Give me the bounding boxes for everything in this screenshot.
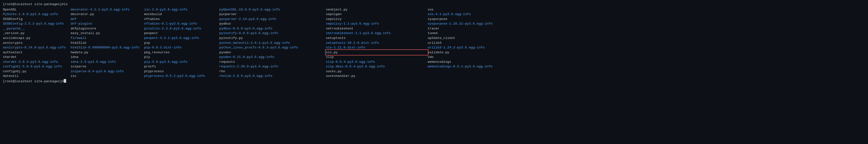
list-item: ply xyxy=(144,55,219,59)
list-item-firewall: firewall xyxy=(70,36,144,41)
list-item: ptyprocess-0.5.2-py3.6.egg-info xyxy=(144,74,219,78)
list-item: sockshandler.py xyxy=(326,74,428,78)
list-item: rhn xyxy=(219,69,326,74)
list-item: socks.py xyxy=(326,69,428,74)
list-item: webencodings xyxy=(428,59,520,65)
terminal: [root@localhost site-packages]# ls OpenS… xyxy=(3,2,865,84)
list-item: iniparse xyxy=(70,64,144,69)
list-item: six-1.11.0.dist-info xyxy=(326,45,428,50)
list-item: webencodings-0.5.1-py3.6.egg-info xyxy=(428,64,520,69)
list-item: syspurpose xyxy=(428,17,520,22)
list-item: up2date_client xyxy=(428,36,520,41)
list-item: configobj-5.0.6-py3.6.egg-info xyxy=(3,64,70,69)
list-item: asciidocapi.py xyxy=(3,36,70,41)
list-item: asnlcrypto-0.24.0-py3.6.egg-info xyxy=(3,45,70,50)
list-item: slip-0.6.4-py3.6.egg-info xyxy=(326,59,428,65)
command-line-2: [root@localhost site-packages]# xyxy=(3,79,865,84)
list-item: vdo xyxy=(428,55,520,59)
list-item: setuptools xyxy=(326,36,428,41)
list-item: pycparser xyxy=(219,12,326,17)
list-item: pydbus-0.6.0-py3.6.egg-info xyxy=(219,26,326,31)
list-item: pip-9.0.3.dist-info xyxy=(144,45,219,50)
list-item-six-py: six.py xyxy=(326,50,428,55)
list-item: pycparser-2.14-py3.6.egg-info xyxy=(219,17,326,22)
list-item: pexpect-4.3.1-py3.6.egg-info xyxy=(144,36,219,41)
list-item: authselect xyxy=(3,50,70,55)
list-item: __pycache__ xyxy=(3,26,70,31)
list-item: mockbuild xyxy=(144,12,219,17)
list-item: slip.dbus-0.6.4-py3.6.egg-info xyxy=(326,64,428,69)
list-item: sos xyxy=(428,7,520,12)
list-item: requests-2.20.0-py3.6.egg-info xyxy=(219,64,326,69)
list-item: pyudev xyxy=(219,50,326,55)
command-line-1: [root@localhost site-packages]# ls xyxy=(3,2,865,7)
list-item: seobject.py xyxy=(326,7,428,12)
list-item: idna-2.5-py3.6.egg-info xyxy=(70,59,144,65)
list-item: chardet-3.0.4-py3.6.egg-info xyxy=(3,59,70,65)
list-item: pyOpenSSL-19.0.0-py3.6.egg-info xyxy=(219,7,326,12)
col-4: pyOpenSSL-19.0.0-py3.6.egg-info pycparse… xyxy=(219,7,326,78)
cursor xyxy=(64,79,66,83)
list-item: OpenSSL xyxy=(3,7,70,12)
list-item: setuptools-39.2.0.dist-info xyxy=(326,41,428,46)
list-item: isc-2.0-py3.6.egg-info xyxy=(144,7,219,12)
list-item: procfs xyxy=(144,64,219,69)
list-item: sepolgen xyxy=(326,12,428,17)
list-item: sos-4.1-py3.6.egg-info xyxy=(428,12,520,17)
list-item: pyudev-0.21.0-py3.6.egg-info xyxy=(219,55,326,59)
list-item: SSSDConfig xyxy=(3,17,70,22)
list-item: pkg_resources xyxy=(144,50,219,55)
list-item: PySocks-1.6.8-py3.6.egg-info xyxy=(3,12,70,17)
list-item: isc xyxy=(70,74,144,78)
col-2: decorator-4.2.1-py3.6.egg-info decorator… xyxy=(70,7,144,78)
list-item: hwdata.py xyxy=(70,50,144,55)
list-item: idna xyxy=(70,55,144,59)
list-item: python_dateutil-2.6.1-py3.6.egg-info xyxy=(219,41,326,46)
list-item: ply-3.9-py3.6.egg-info xyxy=(144,59,219,65)
list-item: decorator.py xyxy=(70,12,144,17)
list-item: dnfplugincore xyxy=(70,26,144,31)
list-item: dateutil xyxy=(3,74,70,78)
col-5: seobject.py sepolgen sepolicy sepolicy-1… xyxy=(326,7,428,78)
col-1: OpenSSL PySocks-1.6.8-py3.6.egg-info SSS… xyxy=(3,7,70,78)
list-item: iniparse-0.4-py3.6.egg-info xyxy=(70,69,144,74)
list-item xyxy=(428,69,520,74)
list-item: urllib3-1.24.2-py3.6.egg-info xyxy=(428,45,520,50)
list-item: nftables xyxy=(144,17,219,22)
list-item: ptyprocess xyxy=(144,69,219,74)
list-item: tracer xyxy=(428,26,520,31)
list-item: nftables-0.1-py3.6.egg-info xyxy=(144,21,219,26)
list-item: dnf-plugins xyxy=(70,21,144,26)
list-item: tuned xyxy=(428,31,520,36)
col-3: isc-2.0-py3.6.egg-info mockbuild nftable… xyxy=(144,7,219,78)
list-item: pyinotify.py xyxy=(219,36,326,41)
prompt-2: [root@localhost site-packages]# xyxy=(3,79,64,84)
list-item: python_linux_procfs-0.6.3-py3.6.egg-info xyxy=(219,45,326,50)
list-item: asnlcrypto xyxy=(3,41,70,46)
list-item: decorator-4.2.1-py3.6.egg-info xyxy=(70,7,144,12)
list-item: configobj.py xyxy=(3,69,70,74)
list-item: _version.py xyxy=(3,31,70,36)
list-item: easy_install.py xyxy=(70,31,144,36)
list-item: setroubleshoot xyxy=(326,26,428,31)
list-item: html5lib-0.999999999-py3.6.egg-info xyxy=(70,45,144,50)
command-1: ls xyxy=(64,2,68,7)
list-item: SSSDConfig-2.5.2-py3.6.egg-info xyxy=(3,21,70,26)
list-item: pydbus xyxy=(219,21,326,26)
list-item: setroubleshoot-1.1-py3.6.egg-info xyxy=(326,31,428,36)
ls-output: OpenSSL PySocks-1.6.8-py3.6.egg-info SSS… xyxy=(3,7,865,78)
list-item: pciutils-2.3.6-py3.6.egg-info xyxy=(144,26,219,31)
col-6: sos sos-4.1-py3.6.egg-info syspurpose sy… xyxy=(428,7,520,78)
list-item: sepolicy-1.1-py3.6.egg-info xyxy=(326,21,428,26)
list-item: requests xyxy=(219,59,326,65)
list-item: pexpect xyxy=(144,31,219,36)
list-item: pip xyxy=(144,41,219,46)
list-item: html5lib xyxy=(70,41,144,46)
list-item xyxy=(428,74,520,78)
list-item: slip xyxy=(326,55,428,59)
list-item: sepolicy xyxy=(326,17,428,22)
list-item: pyinotify-0.9.6-py3.6.egg-info xyxy=(219,31,326,36)
list-item: validate.py xyxy=(428,50,520,55)
list-item: dnf xyxy=(70,17,144,22)
list-item: syspurpose-1.28.21-py3.6.egg-info xyxy=(428,21,520,26)
